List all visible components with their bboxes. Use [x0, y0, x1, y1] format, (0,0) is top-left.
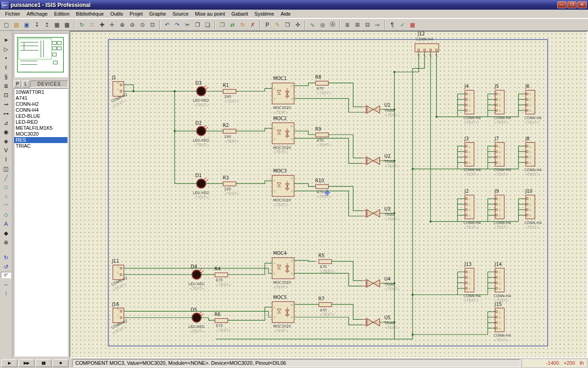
- mirror-horizontal-button[interactable]: ↔: [1, 279, 11, 288]
- device-item-conn-h2[interactable]: CONN-H2: [14, 101, 68, 107]
- component-mode-button[interactable]: ▷: [1, 45, 11, 53]
- wire[interactable]: [228, 307, 272, 321]
- bill-of-materials-button[interactable]: ¶: [387, 20, 397, 29]
- component-MOC5[interactable]: 1264MOC5MOC3020<TEXT>: [272, 295, 294, 334]
- rotate-anticlockwise-button[interactable]: ↺: [1, 262, 11, 271]
- wire[interactable]: [294, 83, 316, 86]
- component-R7[interactable]: R7470<TEXT>: [318, 296, 335, 317]
- menu-projet[interactable]: Projet: [126, 10, 146, 17]
- wire[interactable]: [294, 260, 316, 261]
- toggle-grid-button[interactable]: ∷: [87, 20, 97, 29]
- component-J10[interactable]: 1234J10CONN-H4<TEXT>: [519, 189, 542, 230]
- junction-dot-mode-button[interactable]: •: [1, 54, 11, 63]
- menu-affichage[interactable]: Affichage: [23, 10, 51, 17]
- component-J1[interactable]: 21J1CONN-H2<TEXT>: [111, 75, 130, 109]
- component-U3[interactable]: U3TRIAC<TEXT>: [362, 207, 400, 221]
- component-MOC3[interactable]: 1264MOC3MOC3020<TEXT>: [272, 168, 294, 207]
- device-item-10watt0r1[interactable]: 10WATT0R1: [14, 89, 68, 95]
- component-R4[interactable]: R4670<TEXT>: [215, 266, 231, 287]
- component-D2[interactable]: D2LED-RED<TEXT>: [193, 121, 209, 147]
- wire[interactable]: [294, 184, 316, 186]
- wire-label-mode-button[interactable]: ℓ: [1, 63, 11, 72]
- menu-source[interactable]: Source: [169, 10, 192, 17]
- device-item-res[interactable]: RES: [14, 137, 68, 143]
- library-manager-button[interactable]: L: [22, 80, 29, 87]
- maximize-button[interactable]: ❐: [567, 1, 577, 8]
- component-R6[interactable]: R6670<TEXT>: [215, 312, 231, 333]
- menu-outils[interactable]: Outils: [107, 10, 126, 17]
- make-device-button[interactable]: ✎: [272, 20, 283, 29]
- device-item-triac[interactable]: TRIAC: [14, 143, 68, 149]
- wire[interactable]: [294, 317, 362, 325]
- text-mode-button[interactable]: A: [1, 219, 11, 228]
- component-J9[interactable]: 1234J9CONN-H4<TEXT>: [488, 189, 511, 230]
- device-item-metalfilm1k5[interactable]: METALFILM1K5: [14, 125, 68, 131]
- component-J11[interactable]: 21J11CONN-H2<TEXT>: [111, 259, 130, 292]
- goto-sheet-button[interactable]: ⇨: [373, 20, 383, 29]
- component-J6[interactable]: 1234J6CONN-H4<TEXT>: [519, 84, 542, 125]
- tape-recorder-mode-button[interactable]: ◉: [1, 127, 11, 136]
- device-item-a741[interactable]: A741: [14, 95, 68, 101]
- component-D1[interactable]: D1LED-RED<TEXT>: [193, 173, 209, 200]
- menu-gabarit[interactable]: Gabarit: [228, 10, 251, 17]
- menu-biblioth-que[interactable]: Bibliothèque: [73, 10, 107, 17]
- component-J3[interactable]: 1234J3CONN-H4<TEXT>: [458, 136, 481, 177]
- open-design-button[interactable]: ▤: [11, 20, 22, 29]
- path-mode-button[interactable]: ◇: [1, 210, 11, 219]
- component-R5[interactable]: R5470<TEXT>: [318, 253, 335, 274]
- menu-syst-me[interactable]: Système: [251, 10, 277, 17]
- pick-device-button[interactable]: P: [14, 80, 21, 87]
- block-move-button[interactable]: ⇄: [227, 20, 237, 29]
- selection-mode-button[interactable]: ➤: [1, 35, 11, 44]
- mirror-vertical-button[interactable]: ↕: [1, 288, 11, 297]
- voltage-probe-mode-button[interactable]: V: [1, 146, 11, 155]
- component-J14[interactable]: 1234J14CONN-H4<TEXT>: [488, 262, 511, 303]
- export-section-button[interactable]: ↥: [42, 20, 52, 29]
- menu-fichier[interactable]: Fichier: [2, 10, 23, 17]
- overview-panel[interactable]: [14, 33, 68, 77]
- block-delete-button[interactable]: ✗: [248, 20, 258, 29]
- line-mode-button[interactable]: ╱: [1, 173, 11, 182]
- zoom-in-button[interactable]: ⊕: [117, 20, 127, 29]
- wire[interactable]: [294, 131, 316, 135]
- wire[interactable]: [236, 181, 272, 184]
- block-copy-button[interactable]: ❐: [217, 20, 227, 29]
- import-section-button[interactable]: ↧: [32, 20, 42, 29]
- component-J2[interactable]: 1234J2CONN-H4<TEXT>: [458, 189, 481, 230]
- component-J4[interactable]: 1234J4CONN-H4<TEXT>: [458, 84, 481, 125]
- wire[interactable]: [294, 273, 362, 286]
- component-D3[interactable]: D3LED-RED<TEXT>: [193, 80, 209, 107]
- component-R8[interactable]: R8470<TEXT>: [315, 75, 332, 95]
- wire[interactable]: [294, 98, 362, 112]
- menu-graphe[interactable]: Graphe: [146, 10, 170, 17]
- component-U2[interactable]: U2TRIAC<TEXT>: [362, 154, 400, 168]
- false-origin-button[interactable]: ✚: [97, 20, 107, 29]
- print-button[interactable]: ▦: [52, 20, 62, 29]
- paste-button[interactable]: ❑: [203, 20, 213, 29]
- component-J13[interactable]: 1234J13CONN-H4<TEXT>: [458, 262, 481, 303]
- component-R2[interactable]: R2190<TEXT>: [223, 123, 239, 144]
- wire[interactable]: [201, 317, 215, 320]
- step-button[interactable]: ▶▶: [18, 359, 34, 367]
- wire-autorouter-button[interactable]: ∿: [307, 20, 317, 29]
- search-tag-button[interactable]: ◎: [317, 20, 328, 29]
- redo-button[interactable]: ↷: [172, 20, 182, 29]
- packaging-tool-button[interactable]: ❒: [283, 20, 293, 29]
- buses-mode-button[interactable]: ≣: [1, 81, 11, 90]
- wire[interactable]: [394, 60, 418, 72]
- cut-button[interactable]: ✂: [182, 20, 192, 29]
- save-design-button[interactable]: ▣: [22, 20, 32, 29]
- markers-mode-button[interactable]: ⊕: [1, 238, 11, 247]
- pause-button[interactable]: ▮▮: [35, 359, 51, 367]
- electrical-rule-check-button[interactable]: ✓: [397, 20, 407, 29]
- component-J16[interactable]: 21J16CONN-H2<TEXT>: [111, 302, 130, 335]
- text-script-mode-button[interactable]: §: [1, 72, 11, 81]
- device-pins-mode-button[interactable]: ⊶: [1, 109, 11, 118]
- zoom-all-button[interactable]: ⊙: [137, 20, 147, 29]
- arc-mode-button[interactable]: ◠: [1, 201, 11, 210]
- terminals-mode-button[interactable]: ⊸: [1, 100, 11, 109]
- stop-button[interactable]: ■: [52, 359, 68, 367]
- component-MOC2[interactable]: 1264MOC2MOC3020<TEXT>: [272, 116, 294, 155]
- component-U5[interactable]: U5TRIAC<TEXT>: [362, 315, 400, 330]
- design-explorer-button[interactable]: ≣: [342, 20, 352, 29]
